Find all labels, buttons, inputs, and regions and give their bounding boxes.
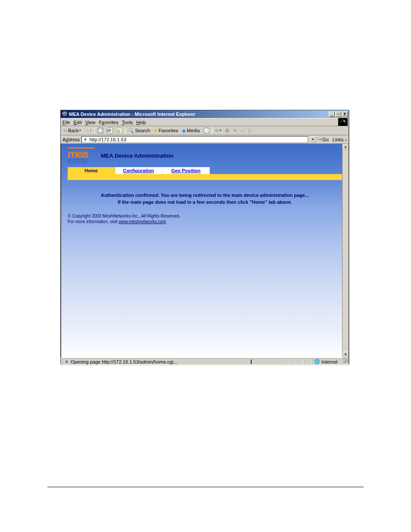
logo-text: mea bbox=[68, 147, 94, 159]
edit-button[interactable]: ✎ bbox=[232, 128, 238, 134]
status-spacer-2 bbox=[296, 358, 304, 365]
minimize-button[interactable]: _ bbox=[329, 112, 335, 117]
menu-tools[interactable]: Tools bbox=[122, 120, 133, 125]
message-line-1: Authentication confirmed. You are being … bbox=[68, 192, 342, 199]
status-page-icon: e bbox=[64, 359, 69, 364]
back-button[interactable]: ⇦Back ▾ bbox=[62, 128, 82, 134]
mail-button[interactable]: ✉▾ bbox=[214, 128, 222, 134]
extra-button[interactable]: ▯ bbox=[247, 128, 252, 134]
moreinfo-prefix: For more information, visit bbox=[68, 219, 118, 224]
status-text-cell: e Opening page http://172.16.1.53/admin/… bbox=[62, 358, 250, 365]
page-icon: e bbox=[83, 137, 88, 142]
progress-bar bbox=[251, 360, 252, 364]
print-button[interactable]: 🖶 bbox=[224, 128, 230, 134]
ie-throbber-icon bbox=[338, 118, 348, 126]
media-button[interactable]: ◉Media bbox=[181, 128, 201, 134]
meshnetworks-link[interactable]: www.meshnetworks.com bbox=[118, 219, 166, 224]
search-button[interactable]: 🔍Search bbox=[127, 128, 151, 134]
address-input[interactable] bbox=[89, 137, 307, 142]
menu-bar: File Edit View Favorites Tools Help bbox=[61, 118, 349, 126]
refresh-button[interactable]: ⟳ bbox=[106, 127, 114, 134]
status-text: Opening page http://172.16.1.53/admin/ho… bbox=[71, 359, 177, 364]
redirect-message: Authentication confirmed. You are being … bbox=[68, 192, 342, 205]
tab-home[interactable]: Home bbox=[68, 167, 115, 174]
page-title: MEA Device Administration bbox=[101, 152, 174, 159]
links-button[interactable]: Links » bbox=[333, 137, 347, 142]
tab-geo-position[interactable]: Geo Position bbox=[162, 167, 210, 174]
document-divider bbox=[47, 487, 364, 487]
toolbar: ⇦Back ▾ → ▾ ⟳ ⌂ 🔍Search ★Favorites ◉Medi… bbox=[61, 126, 349, 135]
address-label: Address bbox=[62, 137, 80, 142]
mea-logo: mea MESH ENABLED ARCHITECTURE bbox=[68, 147, 94, 164]
scroll-up-button[interactable]: ▴ bbox=[342, 144, 349, 150]
home-button[interactable]: ⌂ bbox=[115, 127, 123, 134]
status-bar: e Opening page http://172.16.1.53/admin/… bbox=[61, 358, 349, 365]
stop-button[interactable] bbox=[97, 127, 104, 134]
content-area: ▴ ▾ mea MESH ENABLED ARCHITECTURE MEA De… bbox=[61, 144, 349, 358]
forward-button[interactable]: → ▾ bbox=[84, 128, 93, 134]
vertical-scrollbar[interactable]: ▴ ▾ bbox=[342, 144, 349, 358]
internet-zone-icon: 🌐 bbox=[314, 359, 320, 364]
address-bar: Address e ▾ ↪Go Links » bbox=[61, 135, 349, 144]
menu-edit[interactable]: Edit bbox=[74, 120, 82, 125]
menu-favorites[interactable]: Favorites bbox=[99, 120, 118, 125]
tabs-row: Home Configuration Geo Position bbox=[68, 167, 342, 174]
status-spacer-3 bbox=[304, 358, 312, 365]
restore-button[interactable]: ❐ bbox=[335, 112, 341, 117]
address-box: e bbox=[81, 136, 308, 143]
security-zone-text: Internet bbox=[321, 359, 337, 364]
status-spacer-1 bbox=[289, 358, 296, 365]
go-button[interactable]: ↪Go bbox=[318, 137, 329, 142]
scroll-down-button[interactable]: ▾ bbox=[342, 352, 349, 358]
tab-underline-bar bbox=[68, 174, 342, 180]
logo-subtext-2: ARCHITECTURE bbox=[68, 162, 94, 164]
address-dropdown-button[interactable]: ▾ bbox=[310, 137, 316, 143]
title-bar: MEA Device Administration - Microsoft In… bbox=[61, 110, 349, 118]
browser-window: MEA Device Administration - Microsoft In… bbox=[60, 110, 349, 364]
progress-cell bbox=[250, 358, 289, 365]
window-title: MEA Device Administration - Microsoft In… bbox=[69, 112, 329, 117]
discuss-button[interactable]: ▭ bbox=[240, 128, 246, 134]
security-zone-cell: 🌐 Internet bbox=[312, 358, 347, 365]
menu-file[interactable]: File bbox=[62, 120, 70, 125]
copyright-text: © Copyright 2003 MeshNetworks Inc., All … bbox=[68, 213, 342, 219]
menu-view[interactable]: View bbox=[85, 120, 96, 125]
favorites-button[interactable]: ★Favorites bbox=[153, 128, 179, 134]
ie-icon bbox=[62, 111, 68, 117]
tab-configuration[interactable]: Configuration bbox=[115, 167, 162, 174]
resize-grip[interactable] bbox=[343, 358, 348, 363]
footer-text: © Copyright 2003 MeshNetworks Inc., All … bbox=[68, 213, 342, 224]
message-line-2: If the main page does not load in a few … bbox=[68, 199, 342, 205]
menu-help[interactable]: Help bbox=[136, 120, 146, 125]
close-button[interactable]: X bbox=[342, 112, 348, 117]
history-button[interactable]: 🕓 bbox=[202, 127, 210, 134]
svg-point-2 bbox=[343, 120, 345, 122]
